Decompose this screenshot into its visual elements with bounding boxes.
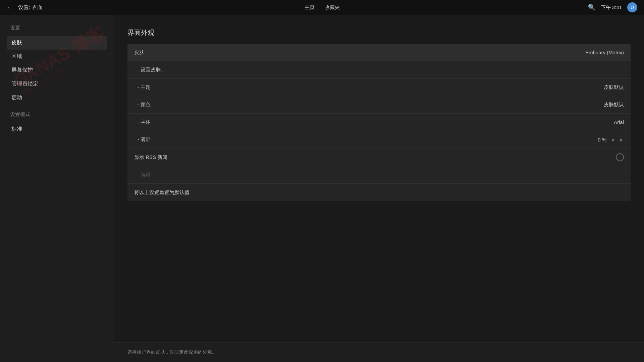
row-fullscreen-label: - 满屏	[138, 136, 151, 143]
settings-panel: 皮肤 Embuary (Matrix) - 设置皮肤... - 主题 皮肤默认 …	[127, 44, 631, 201]
row-theme[interactable]: - 主题 皮肤默认	[127, 79, 631, 96]
row-edit: - 编辑	[127, 166, 631, 184]
sidebar-item-skin[interactable]: 皮肤	[7, 36, 107, 50]
row-rss[interactable]: 显示 RSS 新闻	[127, 148, 631, 166]
sidebar-item-standard[interactable]: 标准	[7, 122, 107, 136]
row-skin-label: 皮肤	[134, 49, 144, 56]
row-font[interactable]: - 字体 Arial	[127, 114, 631, 131]
sidebar-item-screensaver[interactable]: 屏幕保护	[7, 63, 107, 77]
layout: 设置 皮肤 区域 屏幕保护 管理员锁定 启动 设置模式 标准 界面外观 皮肤 E…	[0, 0, 644, 362]
rss-toggle[interactable]	[616, 153, 624, 161]
row-color-label: - 颜色	[138, 102, 151, 108]
row-reset[interactable]: 将以上设置重置为默认值	[127, 184, 631, 201]
fullscreen-stepper[interactable]: ∨ ∧	[610, 136, 624, 143]
row-color[interactable]: - 颜色 皮肤默认	[127, 96, 631, 114]
topbar-center: 主页 收藏夹	[305, 4, 340, 11]
row-font-value: Arial	[614, 119, 624, 125]
row-fullscreen[interactable]: - 满屏 0 % ∨ ∧	[127, 131, 631, 148]
topbar-right: 🔍 下午 3:41 U	[588, 2, 637, 12]
nav-home[interactable]: 主页	[305, 4, 315, 11]
row-color-value: 皮肤默认	[604, 102, 624, 108]
stepper-down[interactable]: ∨	[610, 136, 616, 143]
row-set-skin-label: - 设置皮肤...	[138, 67, 165, 73]
topbar: ← 设置: 界面 主页 收藏夹 🔍 下午 3:41 U	[0, 0, 644, 15]
status-text: 选择用户界面皮肤，这决定此应用的外观。	[127, 349, 217, 355]
row-theme-label: - 主题	[138, 84, 151, 90]
sidebar-section-settings: 设置	[7, 25, 107, 31]
row-edit-label: - 编辑	[138, 172, 151, 178]
main-content: 界面外观 皮肤 Embuary (Matrix) - 设置皮肤... - 主题 …	[114, 15, 644, 362]
section-heading: 界面外观	[127, 28, 631, 37]
sidebar-item-admin-lock[interactable]: 管理员锁定	[7, 77, 107, 91]
sidebar-section-mode: 设置模式	[7, 111, 107, 118]
stepper-up[interactable]: ∧	[618, 136, 624, 143]
row-rss-value	[616, 153, 624, 161]
nav-bookmarks[interactable]: 收藏夹	[325, 4, 340, 11]
row-rss-label: 显示 RSS 新闻	[134, 154, 167, 161]
sidebar-item-region[interactable]: 区域	[7, 50, 107, 63]
row-font-label: - 字体	[138, 119, 151, 125]
search-icon[interactable]: 🔍	[588, 4, 595, 11]
row-set-skin[interactable]: - 设置皮肤...	[127, 61, 631, 79]
sidebar-item-startup[interactable]: 启动	[7, 91, 107, 105]
status-bar: 选择用户界面皮肤，这决定此应用的外观。	[114, 342, 644, 362]
sidebar: 设置 皮肤 区域 屏幕保护 管理员锁定 启动 设置模式 标准	[0, 15, 114, 362]
back-button[interactable]: ←	[7, 4, 13, 11]
row-skin-value: Embuary (Matrix)	[585, 50, 624, 55]
avatar[interactable]: U	[627, 2, 637, 12]
topbar-left: ← 设置: 界面	[7, 4, 43, 11]
time-display: 下午 3:41	[601, 4, 622, 11]
content-area: 界面外观 皮肤 Embuary (Matrix) - 设置皮肤... - 主题 …	[114, 15, 644, 342]
row-reset-label: 将以上设置重置为默认值	[134, 189, 190, 196]
row-skin[interactable]: 皮肤 Embuary (Matrix)	[127, 44, 631, 61]
row-theme-value: 皮肤默认	[604, 84, 624, 90]
row-fullscreen-value: 0 % ∨ ∧	[598, 136, 624, 143]
page-title: 设置: 界面	[18, 4, 43, 11]
